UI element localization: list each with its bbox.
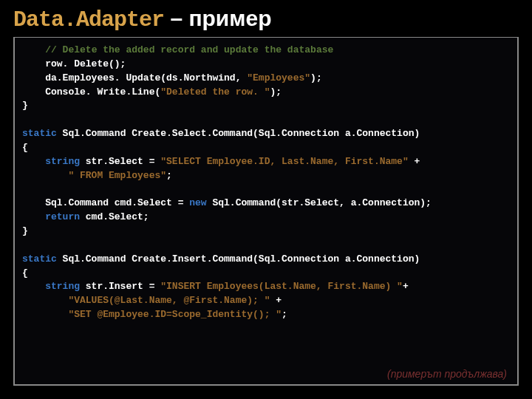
code-string: "SET @Employee.ID=Scope_Identity(); " [22, 309, 282, 320]
code-line: Sql.Command(str.Select, a.Connection); [207, 197, 432, 208]
code-line: { [22, 267, 28, 279]
code-panel: // Delete the added record and update th… [13, 37, 519, 386]
code-line: ); [270, 86, 282, 98]
code-string: "VALUES(@Last.Name, @First.Name); " [22, 295, 270, 306]
code-line: + [403, 281, 409, 292]
code-line: + [409, 156, 420, 167]
code-line: Sql.Command Create.Select.Command(Sql.Co… [57, 128, 420, 139]
code-line: { [22, 142, 28, 153]
code-line: Sql.Command cmd.Select = [22, 197, 189, 208]
code-line: Console. Write.Line( [22, 86, 160, 98]
title-dash: – [164, 6, 188, 30]
code-string: " FROM Employees" [22, 170, 166, 181]
code-line: ); [310, 72, 322, 83]
slide-title: Data.Adapter – пример [0, 0, 532, 37]
code-keyword: string [22, 281, 80, 292]
title-part-cyrillic: пример [188, 6, 271, 30]
code-string: "INSERT Employees(Last.Name, First.Name)… [160, 281, 403, 292]
code-string: "SELECT Employee.ID, Last.Name, First.Na… [160, 156, 408, 167]
code-line: row. Delete(); [22, 58, 126, 69]
code-line: cmd.Select; [80, 211, 149, 222]
code-keyword: return [22, 211, 80, 222]
code-line: str.Select = [80, 156, 160, 167]
code-line: da.Employees. Update(ds.Northwind, [22, 72, 247, 83]
code-block: // Delete the added record and update th… [22, 44, 510, 322]
code-string: "Employees" [247, 72, 310, 83]
code-keyword: static [22, 128, 57, 139]
code-line: ; [166, 170, 172, 181]
code-line: str.Insert = [80, 281, 160, 292]
code-string: "Deleted the row. " [160, 86, 270, 98]
code-keyword: new [189, 197, 206, 208]
title-part-mono: Data.Adapter [13, 7, 164, 33]
code-keyword: string [22, 156, 80, 167]
code-line: + [270, 295, 282, 306]
code-line: ; [282, 309, 287, 320]
continuation-note: (примерът продължава) [387, 368, 507, 380]
code-line: } [22, 100, 28, 111]
code-line: Sql.Command Create.Insert.Command(Sql.Co… [57, 253, 420, 265]
code-comment: // Delete the added record and update th… [45, 44, 333, 55]
code-keyword: static [22, 253, 57, 265]
code-line: } [22, 225, 28, 236]
